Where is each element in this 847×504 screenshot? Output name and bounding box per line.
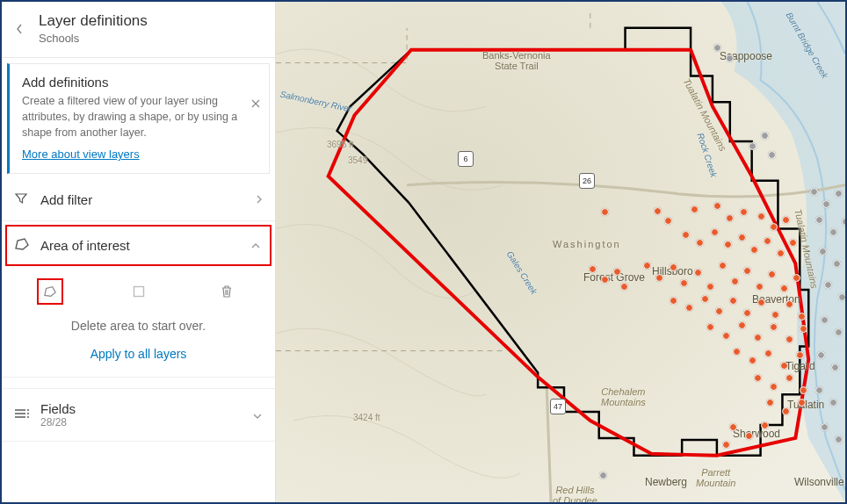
info-link[interactable]: More about view layers <box>22 148 140 161</box>
label-newberg: Newberg <box>645 476 687 488</box>
label-tigard: Tigard <box>785 360 815 372</box>
filter-icon <box>14 191 32 208</box>
aoi-label: Area of interest <box>40 238 250 253</box>
page-title: Layer definitions <box>39 12 148 30</box>
add-filter-label: Add filter <box>40 192 255 207</box>
hwy-shield-26: 26 <box>579 173 595 189</box>
polygon-icon <box>14 237 33 254</box>
label-chehalem: ChehalemMountains <box>601 386 646 407</box>
draw-polygon-button[interactable] <box>37 278 63 305</box>
fields-label: Fields <box>40 401 252 416</box>
add-filter-row[interactable]: Add filter <box>2 179 275 221</box>
hwy-shield-47: 47 <box>550 399 566 414</box>
draw-rectangle-button[interactable] <box>126 278 152 305</box>
fields-count: 28/28 <box>40 416 252 428</box>
area-of-interest-header[interactable]: Area of interest <box>5 225 271 266</box>
fields-icon <box>14 407 32 422</box>
label-tualatin: Tualatin <box>787 399 824 411</box>
rectangle-icon <box>133 285 145 298</box>
chevron-down-icon <box>252 408 263 422</box>
map-canvas[interactable]: 6 26 47 Banks-VernoniaState Trail Scappo… <box>276 2 845 502</box>
panel-header: Layer definitions Schools <box>2 2 275 58</box>
page-subtitle: Schools <box>39 32 148 45</box>
info-callout: Add definitions Create a filtered view o… <box>7 63 270 174</box>
label-banks-vernonia: Banks-VernoniaState Trail <box>482 50 551 71</box>
label-elev-3549: 3549 <box>348 155 367 165</box>
chevron-left-icon <box>15 23 24 35</box>
chevron-up-icon <box>250 239 261 253</box>
aoi-tool-row <box>11 273 266 310</box>
aoi-message: Delete area to start over. <box>11 310 266 338</box>
fields-text: Fields 28/28 <box>40 401 252 428</box>
label-red-hills: Red Hillsof Dundee <box>553 485 597 502</box>
header-text: Layer definitions Schools <box>39 12 148 45</box>
back-button[interactable] <box>7 17 32 41</box>
apply-all-layers-link[interactable]: Apply to all layers <box>11 338 266 373</box>
svg-rect-0 <box>134 287 143 297</box>
label-elev-3424: 3424 ft <box>353 413 380 422</box>
label-parrett: ParrettMountain <box>696 467 735 488</box>
trash-icon <box>221 284 233 299</box>
label-wilsonville: Wilsonville <box>794 476 844 488</box>
polygon-icon <box>43 285 57 298</box>
app-root: Layer definitions Schools Add definition… <box>0 0 847 504</box>
delete-area-button[interactable] <box>214 278 240 305</box>
sidebar: Layer definitions Schools Add definition… <box>2 2 276 502</box>
hwy-shield-6: 6 <box>458 151 474 167</box>
fields-row[interactable]: Fields 28/28 <box>2 388 275 442</box>
info-title: Add definitions <box>22 75 257 90</box>
label-sherwood: Sherwood <box>733 428 780 440</box>
label-elev-3695: 3695 ft <box>327 140 354 149</box>
aoi-body: Delete area to start over. Apply to all … <box>2 266 275 378</box>
chevron-right-icon <box>255 193 263 207</box>
close-icon[interactable] <box>251 97 260 111</box>
label-washington: Washington <box>553 239 621 249</box>
info-description: Create a filtered view of your layer usi… <box>22 93 257 140</box>
